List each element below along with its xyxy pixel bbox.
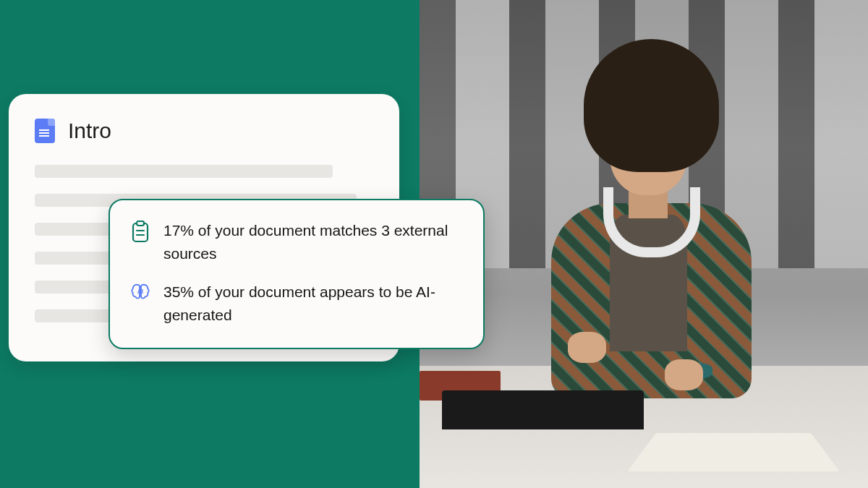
student-photo-illustration <box>420 0 868 488</box>
ai-brain-icon: AI <box>130 282 150 305</box>
left-panel: Intro 17% of your document matches 3 ext… <box>0 0 420 488</box>
text-line-placeholder <box>35 165 333 178</box>
ai-report-text: 35% of your document appears to be AI-ge… <box>163 281 463 326</box>
plagiarism-report-text: 17% of your document matches 3 external … <box>163 219 463 265</box>
svg-text:AI: AI <box>137 288 143 295</box>
document-file-icon <box>35 119 55 143</box>
ai-report-item: AI 35% of your document appears to be AI… <box>130 281 463 326</box>
plagiarism-report-item: 17% of your document matches 3 external … <box>130 219 463 265</box>
svg-rect-1 <box>137 221 144 226</box>
photo-panel <box>420 0 868 488</box>
document-title: Intro <box>68 119 111 143</box>
originality-report-card: 17% of your document matches 3 external … <box>109 199 485 349</box>
clipboard-icon <box>130 221 150 244</box>
document-header: Intro <box>35 119 373 143</box>
